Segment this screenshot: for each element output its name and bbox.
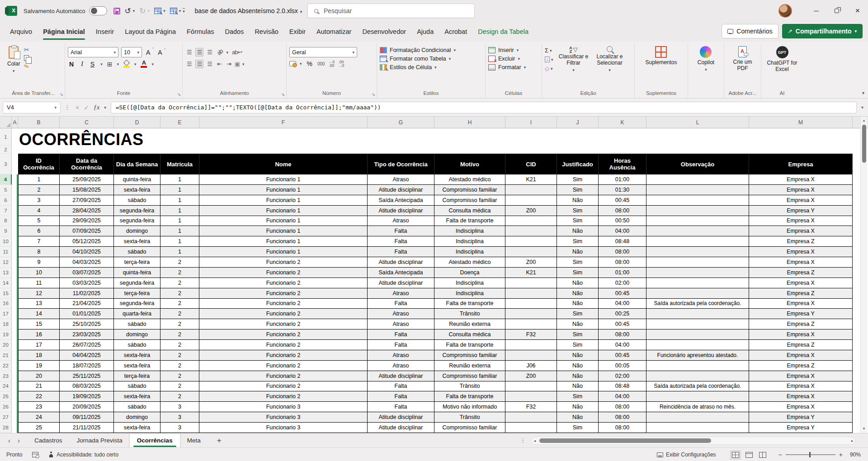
cell[interactable]: Funcionario 2 [199,340,368,350]
zoom-out-icon[interactable]: − [778,451,782,458]
cell[interactable]: Consulta médica [434,329,505,340]
cell[interactable]: 3 [160,423,199,433]
cell[interactable]: 02:00 [599,371,646,381]
cell[interactable]: 11/02/2025 [60,288,114,299]
cell[interactable]: Atitude disciplinar [368,185,434,195]
column-header-F[interactable]: F [199,117,368,128]
row-header[interactable]: 23 [0,371,12,381]
cell[interactable]: Falta [368,299,434,309]
cell[interactable]: Funcionario 2 [199,391,368,402]
font-name-select[interactable]: Arial▾ [68,47,118,57]
clipboard-dialog-launcher-icon[interactable]: ⇘ [60,92,63,97]
close-button[interactable]: × [847,0,868,22]
scroll-up-icon[interactable]: ▴ [863,117,865,124]
cell[interactable]: Funcionario 2 [199,361,368,371]
cell[interactable]: Sim [557,236,599,247]
cell[interactable]: Atraso [368,216,434,226]
fill-color-chevron-icon[interactable]: ▾ [134,62,137,66]
ribbon-tab-layout-da-página[interactable]: Layout da Página [119,22,181,42]
cell[interactable]: 4 [18,206,60,216]
cell[interactable]: F32 [505,329,557,340]
cell[interactable]: Compromisso familiar [434,185,505,195]
cell[interactable]: 04/04/2025 [60,350,114,361]
cell[interactable]: Empresa Z [749,236,853,247]
row-header[interactable]: 14 [0,278,12,288]
cell[interactable]: Z00 [505,257,557,268]
cell[interactable]: Indisciplina [434,278,505,288]
cell[interactable]: 2 [160,361,199,371]
cell[interactable]: Reincidência de atraso no mês. [646,402,749,412]
column-header-J[interactable]: J [557,117,599,128]
cell[interactable]: 15 [18,319,60,329]
cell[interactable] [646,185,749,195]
clear-button[interactable]: ◇▾ [545,65,553,72]
cell[interactable]: 08/03/2025 [60,381,114,392]
alignment-dialog-launcher-icon[interactable]: ⇘ [281,92,285,97]
paste-button[interactable]: Colar ▾ [5,44,23,76]
row-header[interactable]: 16 [0,299,12,309]
align-left-icon[interactable]: ☰ [185,60,193,68]
cell[interactable]: 23 [18,402,60,412]
cell[interactable]: 25/11/2025 [60,371,114,381]
cell[interactable]: Atraso [368,350,434,361]
cell[interactable]: Falta de transporte [434,340,505,350]
cell[interactable]: 6 [18,226,60,236]
undo-chevron-icon[interactable]: ▾ [133,9,135,13]
cell[interactable]: 1 [160,185,199,195]
cell[interactable]: Não [557,195,599,206]
cell[interactable] [646,226,749,236]
cell[interactable]: Funcionario 1 [199,247,368,257]
vertical-scroll-thumb[interactable] [862,125,866,163]
cell[interactable] [505,381,557,392]
decrease-indent-icon[interactable]: ⇤ [216,60,223,68]
table-header-cell[interactable]: ID Ocorrência [18,154,60,174]
avatar[interactable] [778,4,792,18]
cell[interactable]: Falta de transporte [434,216,505,226]
cell[interactable]: 00:50 [599,216,646,226]
number-format-select[interactable]: Geral▾ [289,47,357,57]
cell[interactable]: 27/09/2025 [60,195,114,206]
cell[interactable]: 01:00 [599,174,646,185]
cell[interactable] [646,371,749,381]
cell[interactable]: Funcionario 2 [199,381,368,392]
scroll-left-icon[interactable]: ◂ [534,439,536,443]
cell[interactable]: 2 [160,350,199,361]
row-header[interactable]: 5 [0,185,12,195]
cell[interactable]: Empresa Z [749,288,853,299]
undo-icon[interactable]: ↺ [125,6,131,16]
cell[interactable]: Empresa X [749,195,853,206]
cell[interactable]: Falta [368,247,434,257]
cell[interactable]: Sim [557,216,599,226]
cell[interactable] [646,340,749,350]
cell[interactable]: Saída Antecipada [368,268,434,278]
row-header[interactable]: 8 [0,216,12,226]
column-header-K[interactable]: K [599,117,646,128]
cell[interactable] [505,299,557,309]
fill-button[interactable]: ↓▾ [545,56,553,62]
merge-chevron-icon[interactable]: ▾ [242,62,245,66]
ribbon-tab-revisão[interactable]: Revisão [249,22,283,42]
insert-cells-button[interactable]: Inserir▾ [488,47,526,53]
cell[interactable]: terça-feira [114,257,160,268]
cell[interactable]: Empresa X [749,381,853,392]
row-header[interactable]: 9 [0,226,12,236]
cell[interactable]: Empresa X [749,391,853,402]
page-break-view-icon[interactable] [759,452,766,458]
share-button[interactable]: ↗ Compartilhamento ▾ [782,24,863,38]
cell[interactable]: 23/03/2025 [60,329,114,340]
cell[interactable]: 00:45 [599,319,646,329]
shrink-font-button[interactable]: A [156,49,165,56]
cell[interactable]: Atraso [368,319,434,329]
column-header-G[interactable]: G [368,117,434,128]
sheet-tab-ocorrências[interactable]: Ocorrências [130,433,180,448]
cell[interactable] [505,278,557,288]
cell[interactable]: Atitude disciplinar [368,278,434,288]
cell[interactable]: 2 [160,319,199,329]
row-header[interactable]: 25 [0,391,12,402]
cell[interactable]: Sim [557,340,599,350]
cell[interactable] [646,309,749,319]
cell[interactable]: 08:48 [599,236,646,247]
cell[interactable]: 00:25 [599,309,646,319]
cell[interactable] [505,195,557,206]
row-header[interactable]: 10 [0,236,12,247]
